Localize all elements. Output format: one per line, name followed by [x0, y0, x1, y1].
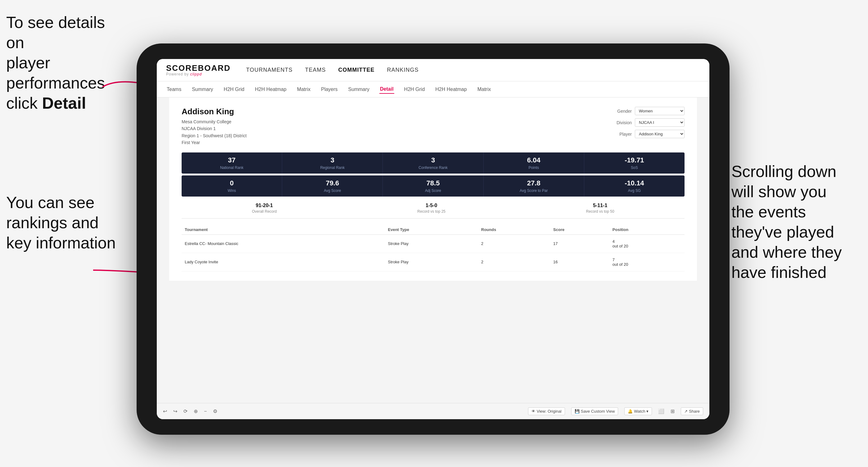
stat-value-sos: -19.71	[587, 156, 681, 164]
annotation-line1: To see details on	[6, 13, 105, 52]
filter-division-row: Division NJCAA I NJCAA II	[613, 118, 685, 127]
refresh-icon[interactable]: ⟳	[183, 408, 187, 414]
tournament-table: Tournament Event Type Rounds Score Posit…	[182, 225, 685, 271]
stat-national-rank: 37 National Rank	[182, 152, 282, 174]
stat-value-conference-rank: 3	[386, 156, 480, 164]
stat-label-national-rank: National Rank	[185, 165, 279, 170]
col-tournament: Tournament	[182, 225, 385, 235]
subnav-h2h-grid[interactable]: H2H Grid	[223, 85, 245, 93]
record-overall-label: Overall Record	[252, 209, 277, 214]
col-rounds: Rounds	[478, 225, 550, 235]
col-score: Score	[550, 225, 610, 235]
player-name: Addison King	[182, 107, 247, 117]
stat-label-avg-score-par: Avg Score to Par	[487, 188, 581, 193]
score-2: 16	[550, 253, 610, 271]
annotation-r-line4: they've played	[732, 223, 834, 241]
eye-icon: 👁	[531, 409, 535, 413]
subnav-detail[interactable]: Detail	[379, 85, 394, 94]
stat-label-points: Points	[487, 165, 581, 170]
position-2: 7out of 20	[610, 253, 685, 271]
stat-wins: 0 Wins	[182, 176, 282, 196]
subnav-matrix2[interactable]: Matrix	[477, 85, 492, 93]
col-position: Position	[610, 225, 685, 235]
nav-teams[interactable]: TEAMS	[305, 65, 326, 74]
save-custom-view-button[interactable]: 💾 Save Custom View	[571, 407, 618, 415]
undo-icon[interactable]: ↩	[163, 408, 167, 414]
settings-icon[interactable]: ⚙	[213, 408, 217, 414]
record-row: 91-20-1 Overall Record 1-5-0 Record vs t…	[182, 198, 685, 219]
annotation-line3-bold: Detail	[42, 94, 86, 112]
redo-icon[interactable]: ↪	[173, 408, 177, 414]
stat-adj-score: 78.5 Adj Score	[383, 176, 483, 196]
stat-regional-rank: 3 Regional Rank	[282, 152, 383, 174]
player-year: First Year	[182, 139, 247, 146]
record-top25-label: Record vs top 25	[417, 209, 445, 214]
nav-committee[interactable]: COMMITTEE	[338, 65, 375, 74]
annotation-bl-line2: rankings and	[6, 214, 99, 231]
tablet-device: SCOREBOARD Powered by clippd TOURNAMENTS…	[136, 43, 730, 435]
filter-player-row: Player Addison King	[613, 130, 685, 138]
rounds-2: 2	[478, 253, 550, 271]
tournament-name-2: Lady Coyote Invite	[182, 253, 385, 271]
share-icon: ↗	[684, 409, 688, 413]
subnav-players[interactable]: Players	[320, 85, 338, 93]
stat-label-wins: Wins	[185, 188, 279, 193]
nav-rankings[interactable]: RANKINGS	[387, 65, 419, 74]
annotation-line3-prefix: click	[6, 94, 42, 112]
zoom-icon[interactable]: ⊕	[194, 408, 198, 414]
save-icon: 💾	[575, 409, 580, 413]
screen-icon[interactable]: ⬜	[658, 408, 664, 414]
view-original-button[interactable]: 👁 View: Original	[528, 407, 565, 415]
share-button[interactable]: ↗ Share	[681, 407, 703, 415]
stats-row-1: 37 National Rank 3 Regional Rank 3 Confe…	[182, 152, 685, 174]
logo-text: SCOREBOARD	[166, 64, 231, 72]
top-nav: SCOREBOARD Powered by clippd TOURNAMENTS…	[157, 59, 709, 81]
logo-sub: Powered by clippd	[166, 72, 231, 76]
annotation-bottom-left: You can see rankings and key information	[6, 192, 124, 253]
record-top50: 5-11-1 Record vs top 50	[586, 203, 614, 214]
stat-value-avg-score: 79.6	[285, 179, 379, 187]
tournament-name-1: Estrella CC- Mountain Classic	[182, 235, 385, 253]
player-filters: Gender Women Men Division NJCAA I NJCAA …	[613, 107, 685, 138]
stat-conference-rank: 3 Conference Rank	[383, 152, 483, 174]
record-top50-label: Record vs top 50	[586, 209, 614, 214]
subnav-teams[interactable]: Teams	[166, 85, 182, 93]
annotation-r-line6: have finished	[732, 263, 827, 281]
gender-select[interactable]: Women Men	[635, 107, 685, 115]
watch-button[interactable]: 🔔 Watch ▾	[624, 407, 652, 415]
stat-value-avg-sg: -10.14	[587, 179, 681, 187]
event-type-1: Stroke Play	[385, 235, 478, 253]
player-header: Addison King Mesa Community College NJCA…	[182, 107, 685, 146]
annotation-r-line3: the events	[732, 203, 806, 221]
content-area[interactable]: Addison King Mesa Community College NJCA…	[157, 97, 709, 403]
table-header-row: Tournament Event Type Rounds Score Posit…	[182, 225, 685, 235]
nav-items: TOURNAMENTS TEAMS COMMITTEE RANKINGS	[246, 65, 419, 74]
division-select[interactable]: NJCAA I NJCAA II	[635, 118, 685, 127]
nav-tournaments[interactable]: TOURNAMENTS	[246, 65, 293, 74]
score-1: 17	[550, 235, 610, 253]
subnav-h2h-heatmap[interactable]: H2H Heatmap	[254, 85, 287, 93]
subnav-matrix[interactable]: Matrix	[297, 85, 311, 93]
stat-sos: -19.71 SoS	[584, 152, 685, 174]
subnav-summary[interactable]: Summary	[191, 85, 214, 93]
subnav-summary2[interactable]: Summary	[348, 85, 370, 93]
stat-value-regional-rank: 3	[285, 156, 379, 164]
player-division: NJCAA Division 1	[182, 125, 247, 132]
grid-icon[interactable]: ⊞	[671, 408, 675, 414]
record-overall-value: 91-20-1	[252, 203, 277, 208]
subnav-h2h-heatmap2[interactable]: H2H Heatmap	[435, 85, 467, 93]
watch-icon: 🔔	[628, 409, 633, 413]
table-row: Estrella CC- Mountain Classic Stroke Pla…	[182, 235, 685, 253]
annotation-r-line5: and where they	[732, 243, 842, 261]
player-select[interactable]: Addison King	[635, 130, 685, 138]
stat-avg-score: 79.6 Avg Score	[282, 176, 383, 196]
subnav-h2h-grid2[interactable]: H2H Grid	[404, 85, 426, 93]
stat-value-avg-score-par: 27.8	[487, 179, 581, 187]
minus-icon[interactable]: −	[204, 409, 207, 414]
stat-value-national-rank: 37	[185, 156, 279, 164]
filter-gender-row: Gender Women Men	[613, 107, 685, 115]
record-top25-value: 1-5-0	[417, 203, 445, 208]
gender-label: Gender	[613, 109, 632, 114]
position-1: 4out of 20	[610, 235, 685, 253]
stat-value-points: 6.04	[487, 156, 581, 164]
